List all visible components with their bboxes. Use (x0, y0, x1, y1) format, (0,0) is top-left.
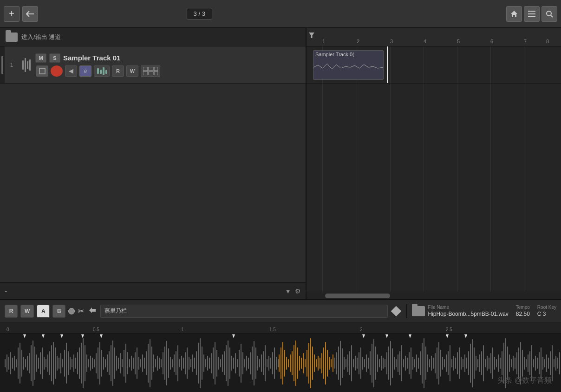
track-waveform-icon (19, 56, 35, 74)
mute-button[interactable]: M (35, 53, 46, 63)
arrange-ruler: 1 2 3 4 5 6 7 8 (307, 28, 561, 46)
record-button[interactable] (51, 65, 63, 77)
header-text: 进入/输出 通道 (21, 33, 61, 41)
svg-rect-197 (329, 357, 330, 370)
svg-rect-36 (31, 345, 32, 381)
svg-rect-318 (554, 359, 554, 367)
svg-rect-10 (39, 68, 45, 74)
scrollbar-thumb[interactable] (325, 294, 390, 298)
svg-rect-96 (142, 354, 143, 372)
rootkey-info: Root Key C 3 (537, 305, 556, 317)
arrange-scrollbar[interactable] (307, 292, 561, 299)
svg-rect-228 (386, 352, 387, 374)
svg-rect-317 (552, 345, 553, 381)
sampler-b-button[interactable]: B (52, 305, 65, 318)
svg-rect-9 (29, 59, 31, 71)
audio-clip[interactable]: Sampler Track 0( (313, 50, 384, 80)
svg-rect-165 (270, 358, 271, 369)
svg-rect-114 (176, 351, 176, 375)
svg-rect-184 (305, 359, 306, 367)
toolbar-right (506, 6, 557, 22)
trim-icon[interactable] (87, 305, 98, 317)
grid-button[interactable] (141, 65, 160, 77)
svg-rect-193 (321, 353, 322, 373)
svg-marker-325 (81, 334, 84, 338)
read-button[interactable]: R (112, 65, 124, 77)
search-button[interactable] (541, 6, 557, 22)
svg-rect-57 (70, 357, 71, 370)
svg-rect-161 (263, 351, 264, 375)
svg-rect-153 (248, 358, 249, 369)
svg-rect-139 (222, 354, 223, 372)
track-controls: M S Sampler Track 01 ◀ e (35, 50, 306, 80)
svg-rect-39 (36, 354, 37, 372)
svg-rect-167 (274, 347, 275, 379)
svg-rect-162 (265, 345, 266, 381)
svg-rect-195 (325, 342, 326, 385)
scissors-icon[interactable]: ✂ (78, 306, 85, 316)
svg-rect-214 (360, 347, 361, 379)
svg-rect-204 (342, 348, 343, 378)
svg-rect-97 (144, 358, 145, 369)
svg-rect-34 (27, 356, 28, 371)
svg-rect-148 (239, 350, 240, 377)
svg-rect-196 (327, 350, 328, 377)
arrange-tracks-area: Sampler Track 0( (307, 46, 561, 292)
svg-rect-191 (318, 356, 319, 371)
svg-rect-18 (143, 72, 148, 75)
svg-rect-313 (544, 359, 545, 367)
sampler-name-input[interactable] (100, 305, 388, 318)
menu-button[interactable] (524, 6, 540, 22)
svg-rect-246 (420, 351, 421, 375)
sampler-waveform-area: 0 0.5 1 1.5 2 2.5 (0, 322, 561, 392)
sampler-w-button[interactable]: W (20, 305, 34, 318)
svg-rect-82 (116, 356, 117, 371)
svg-rect-77 (107, 354, 108, 372)
svg-rect-68 (90, 356, 91, 371)
svg-rect-107 (163, 352, 163, 374)
svg-marker-332 (464, 334, 467, 338)
svg-rect-319 (555, 356, 556, 371)
svg-rect-60 (75, 358, 76, 369)
edit-button[interactable]: e (79, 65, 91, 77)
skip-button[interactable]: ◀ (65, 65, 77, 77)
svg-rect-248 (424, 338, 424, 388)
svg-rect-123 (192, 354, 193, 372)
checkbox-button[interactable] (36, 65, 48, 77)
add-button[interactable]: + (4, 6, 20, 22)
svg-rect-179 (295, 340, 296, 386)
svg-rect-54 (64, 350, 65, 377)
svg-marker-329 (385, 334, 388, 338)
svg-rect-206 (346, 359, 346, 367)
solo-button[interactable]: S (49, 53, 60, 63)
svg-rect-218 (368, 358, 369, 369)
svg-rect-29 (18, 347, 19, 379)
svg-rect-303 (526, 359, 527, 367)
svg-rect-132 (209, 358, 210, 369)
sampler-r-button[interactable]: R (5, 305, 18, 318)
ruler-mark-5: 5 (457, 39, 460, 44)
minus-button[interactable]: - (5, 287, 7, 295)
back-button[interactable] (22, 6, 38, 22)
track-sidebar-edge (0, 46, 5, 83)
svg-rect-203 (340, 341, 341, 385)
svg-rect-17 (154, 67, 158, 71)
svg-rect-150 (242, 352, 243, 374)
home-button[interactable] (506, 6, 522, 22)
arrange-view: 1 2 3 4 5 6 7 8 Sampler Track 0( (307, 28, 561, 299)
svg-rect-12 (100, 70, 102, 74)
eq-button[interactable] (94, 65, 110, 77)
svg-rect-15 (143, 67, 148, 71)
sampler-a-button[interactable]: A (37, 305, 50, 318)
svg-rect-140 (224, 351, 225, 375)
svg-rect-226 (383, 358, 384, 369)
counter-display: 3 / 3 (187, 8, 212, 20)
dropdown-icon[interactable]: ▼ (285, 287, 291, 295)
svg-rect-173 (284, 350, 285, 377)
svg-rect-149 (241, 344, 241, 383)
settings-icon[interactable]: ⚙ (295, 287, 301, 295)
sampler-folder-button[interactable] (412, 306, 425, 316)
sampler-diamond-icon[interactable] (391, 306, 402, 316)
write-button[interactable]: W (126, 65, 138, 77)
svg-rect-109 (166, 341, 167, 385)
